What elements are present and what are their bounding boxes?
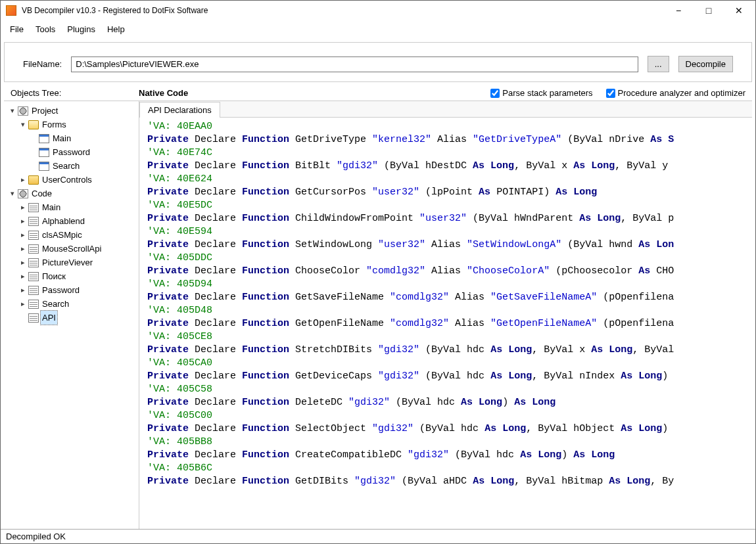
window-title: VB Decompiler v10.3 - Registered to DotF… (22, 6, 663, 15)
tree-code-поиск[interactable]: ▸Поиск (18, 269, 137, 283)
split-header: Objects Tree: Native Code Parse stack pa… (4, 84, 752, 101)
module-icon (28, 286, 39, 295)
tree-code-search[interactable]: ▸Search (18, 297, 137, 311)
maximize-button[interactable]: □ (694, 1, 724, 20)
tree-code-api[interactable]: API (18, 311, 137, 325)
tree-code-main[interactable]: ▸Main (18, 200, 137, 214)
module-icon (28, 203, 39, 212)
procedure-analyzer-label: Procedure analyzer and optimizer (618, 88, 745, 98)
minimize-button[interactable]: − (663, 1, 694, 20)
titlebar: VB Decompiler v10.3 - Registered to DotF… (1, 1, 755, 20)
browse-button[interactable]: ... (648, 56, 669, 72)
filename-input[interactable] (71, 57, 638, 72)
close-button[interactable]: ✕ (724, 1, 754, 20)
project-icon (18, 106, 28, 116)
main-split: ▾Project ▾Forms Main Password Search ▸Us… (4, 101, 752, 529)
status-text: Decompiled OK (6, 532, 66, 541)
statusbar: Decompiled OK (1, 529, 755, 543)
tab-row: API Declarations (139, 101, 752, 118)
tree-form-password[interactable]: Password (29, 145, 137, 159)
code-viewer[interactable]: 'VA: 40EAA0 Private Declare Function Get… (139, 118, 752, 529)
form-icon (39, 134, 49, 143)
parse-stack-checkbox[interactable]: Parse stack parameters (490, 88, 592, 98)
menu-help[interactable]: Help (102, 22, 130, 37)
form-icon (39, 148, 49, 157)
folder-icon (28, 120, 39, 129)
toolbar: FileName: ... Decompile (4, 42, 752, 82)
module-icon (28, 244, 39, 254)
tree-code[interactable]: ▾Code ▸Main▸Alphablend▸clsASMpic▸MouseSc… (8, 187, 137, 325)
filename-label: FileName: (23, 59, 62, 69)
procedure-analyzer-checkbox[interactable]: Procedure analyzer and optimizer (606, 88, 745, 98)
menu-plugins[interactable]: Plugins (62, 22, 101, 37)
form-icon (39, 162, 49, 171)
code-icon (18, 189, 28, 198)
menu-tools[interactable]: Tools (30, 22, 60, 37)
menubar: File Tools Plugins Help (1, 20, 755, 38)
tree-form-main[interactable]: Main (29, 131, 137, 145)
tab-api-declarations[interactable]: API Declarations (139, 102, 220, 118)
native-code-label: Native Code (139, 88, 477, 98)
menu-file[interactable]: File (5, 22, 29, 37)
parse-stack-label: Parse stack parameters (502, 88, 592, 98)
tree-form-search[interactable]: Search (29, 159, 137, 173)
parse-stack-input[interactable] (490, 89, 500, 98)
module-icon (28, 258, 39, 267)
tree-code-alphablend[interactable]: ▸Alphablend (18, 214, 137, 228)
tree-project[interactable]: ▾Project ▾Forms Main Password Search ▸Us… (8, 104, 137, 187)
tree-code-password[interactable]: ▸Password (18, 283, 137, 297)
app-icon (6, 5, 16, 16)
tree-usercontrols[interactable]: ▸UserControls (18, 173, 137, 187)
tree-code-clsasmpic[interactable]: ▸clsASMpic (18, 228, 137, 242)
module-icon (28, 313, 39, 323)
objects-tree[interactable]: ▾Project ▾Forms Main Password Search ▸Us… (4, 101, 139, 529)
tree-code-pictureviever[interactable]: ▸PictureViever (18, 256, 137, 269)
module-icon (28, 231, 39, 240)
module-icon (28, 300, 39, 309)
folder-icon (28, 175, 39, 185)
tree-code-mousescrollapi[interactable]: ▸MouseScrollApi (18, 242, 137, 256)
decompile-button[interactable]: Decompile (678, 56, 733, 72)
procedure-analyzer-input[interactable] (606, 89, 615, 98)
tree-forms[interactable]: ▾Forms Main Password Search (18, 118, 137, 173)
module-icon (28, 272, 39, 281)
module-icon (28, 217, 39, 226)
code-panel: API Declarations 'VA: 40EAA0 Private Dec… (139, 101, 752, 529)
objects-tree-label: Objects Tree: (11, 88, 139, 98)
